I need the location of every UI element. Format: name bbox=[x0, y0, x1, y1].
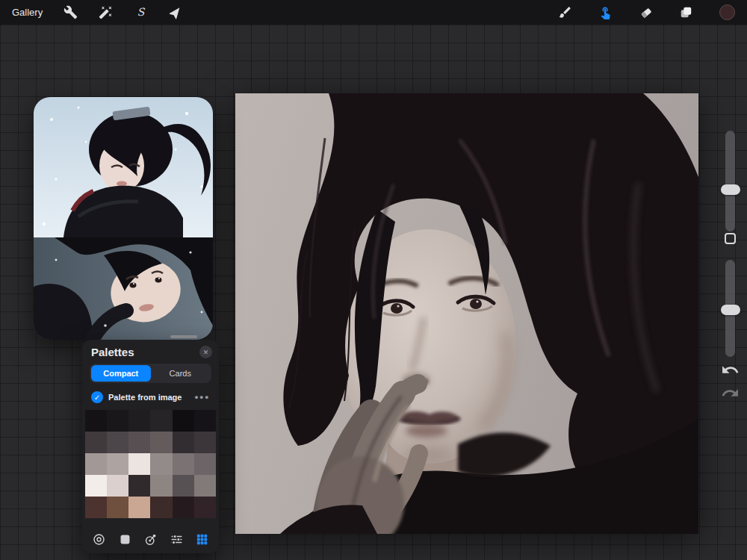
palettes-title: Palettes bbox=[91, 346, 134, 358]
color-swatch[interactable] bbox=[173, 410, 194, 432]
color-swatch[interactable] bbox=[150, 475, 172, 497]
smudge-finger-icon bbox=[598, 5, 613, 19]
color-swatch[interactable] bbox=[194, 410, 216, 432]
palette-list-item[interactable]: ✓ Palette from image ●●● bbox=[82, 383, 219, 408]
color-button[interactable] bbox=[718, 3, 737, 22]
brush-size-handle[interactable] bbox=[721, 184, 740, 195]
palettes-grid-icon bbox=[195, 532, 209, 547]
adjustments-button[interactable] bbox=[97, 4, 114, 21]
color-swatch[interactable] bbox=[85, 497, 107, 518]
reference-resize-handle[interactable] bbox=[170, 335, 197, 338]
undo-button[interactable] bbox=[721, 361, 740, 382]
reference-photo-top bbox=[34, 97, 213, 237]
color-swatch[interactable] bbox=[150, 453, 172, 475]
selection-s-icon: S bbox=[134, 5, 148, 19]
canvas-workspace: Palettes ✕ Compact Cards ✓ Palette from … bbox=[0, 25, 747, 560]
color-swatch[interactable] bbox=[194, 432, 216, 453]
color-swatch[interactable] bbox=[194, 497, 216, 518]
color-swatch[interactable] bbox=[107, 432, 128, 453]
color-swatch[interactable] bbox=[85, 475, 107, 497]
selection-button[interactable]: S bbox=[132, 4, 149, 21]
palette-name: Palette from image bbox=[108, 393, 187, 402]
svg-text:S: S bbox=[137, 6, 146, 18]
color-swatch[interactable] bbox=[85, 453, 107, 475]
color-swatch[interactable] bbox=[150, 497, 172, 518]
smudge-button[interactable] bbox=[597, 4, 614, 21]
selected-check-icon: ✓ bbox=[91, 391, 103, 403]
disc-mode-button[interactable] bbox=[92, 532, 106, 547]
toolbar-right-group bbox=[557, 3, 737, 22]
palettes-panel: Palettes ✕ Compact Cards ✓ Palette from … bbox=[82, 340, 219, 553]
color-swatch[interactable] bbox=[173, 497, 194, 518]
layers-button[interactable] bbox=[678, 4, 695, 21]
erase-button[interactable] bbox=[637, 4, 654, 21]
close-icon: ✕ bbox=[203, 349, 209, 356]
color-swatch[interactable] bbox=[150, 432, 172, 453]
gallery-button[interactable]: Gallery bbox=[10, 5, 44, 19]
procreate-app: Gallery S bbox=[0, 0, 747, 560]
toolbar-left-group: Gallery S bbox=[10, 4, 185, 21]
layers-icon bbox=[679, 5, 693, 19]
reference-photo-bottom bbox=[34, 237, 213, 340]
harmony-icon bbox=[143, 532, 158, 547]
palettes-mode-button[interactable] bbox=[195, 532, 209, 547]
color-swatch[interactable] bbox=[173, 453, 194, 475]
ellipsis-icon: ●●● bbox=[194, 393, 210, 401]
color-swatch[interactable] bbox=[150, 410, 172, 432]
tab-cards[interactable]: Cards bbox=[151, 365, 211, 382]
color-swatch[interactable] bbox=[107, 475, 128, 497]
color-swatch[interactable] bbox=[128, 497, 150, 518]
color-swatch[interactable] bbox=[85, 410, 107, 432]
harmony-mode-button[interactable] bbox=[143, 532, 158, 547]
color-swatch[interactable] bbox=[128, 410, 150, 432]
brush-opacity-handle[interactable] bbox=[721, 305, 740, 315]
close-button[interactable]: ✕ bbox=[199, 346, 212, 358]
current-color-swatch bbox=[719, 4, 735, 20]
undo-icon bbox=[721, 361, 740, 379]
view-mode-segmented-control: Compact Cards bbox=[90, 364, 211, 383]
color-swatch[interactable] bbox=[173, 432, 194, 453]
paint-button[interactable] bbox=[557, 4, 574, 21]
transform-arrow-icon bbox=[169, 5, 183, 19]
magic-wand-icon bbox=[99, 5, 113, 19]
color-swatch[interactable] bbox=[194, 475, 216, 497]
value-sliders-icon bbox=[170, 532, 184, 547]
transform-button[interactable] bbox=[167, 4, 185, 21]
modify-button[interactable] bbox=[725, 233, 736, 244]
eraser-icon bbox=[639, 5, 653, 19]
palettes-header: Palettes ✕ bbox=[82, 340, 219, 360]
redo-button[interactable] bbox=[721, 384, 740, 405]
brush-size-slider[interactable] bbox=[725, 131, 735, 231]
artwork-canvas[interactable] bbox=[235, 93, 698, 534]
color-swatch[interactable] bbox=[107, 410, 128, 432]
classic-icon bbox=[118, 532, 132, 547]
redo-icon bbox=[721, 384, 740, 402]
color-swatch[interactable] bbox=[173, 475, 194, 497]
color-swatch[interactable] bbox=[107, 497, 128, 518]
color-swatch[interactable] bbox=[128, 475, 150, 497]
tab-compact[interactable]: Compact bbox=[91, 365, 151, 382]
color-swatch[interactable] bbox=[107, 453, 128, 475]
brush-opacity-slider[interactable] bbox=[725, 260, 735, 357]
actions-button[interactable] bbox=[62, 4, 79, 21]
classic-mode-button[interactable] bbox=[118, 532, 132, 547]
color-panel-footer bbox=[82, 527, 219, 553]
color-swatch[interactable] bbox=[128, 432, 150, 453]
top-toolbar: Gallery S bbox=[0, 0, 747, 25]
swatch-grid bbox=[85, 410, 216, 518]
portrait-painting bbox=[235, 93, 698, 534]
color-swatch[interactable] bbox=[128, 453, 150, 475]
value-mode-button[interactable] bbox=[170, 532, 184, 547]
brush-icon bbox=[558, 5, 572, 19]
wrench-icon bbox=[63, 5, 78, 19]
color-swatch[interactable] bbox=[194, 453, 216, 475]
reference-panel[interactable] bbox=[34, 97, 213, 340]
disc-icon bbox=[92, 532, 106, 547]
palette-options-button[interactable]: ●●● bbox=[193, 393, 211, 401]
color-swatch[interactable] bbox=[85, 432, 107, 453]
